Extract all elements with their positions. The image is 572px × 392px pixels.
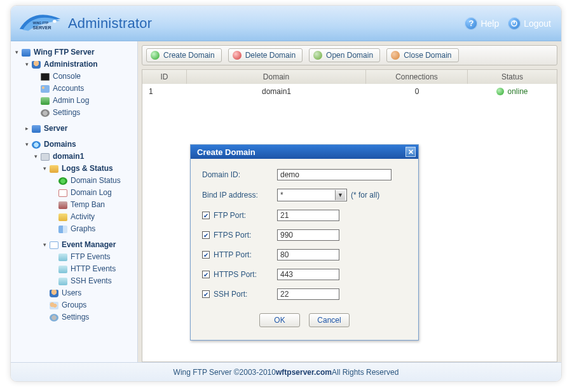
settings-icon [40,109,50,118]
ftp-port-checkbox[interactable]: ✔FTP Port: [202,211,277,220]
ssh-port-input[interactable] [277,288,339,300]
close-domain-button[interactable]: Close Domain [386,48,458,62]
dialog-cancel-button[interactable]: Cancel [309,313,350,327]
nav-temp-ban[interactable]: Temp Ban [71,199,105,210]
help-label: Help [480,18,499,29]
header-links: ? Help Logout [465,17,551,30]
nav-domain-status[interactable]: Domain Status [71,175,121,186]
expand-icon[interactable]: ▾ [24,62,30,68]
nav-accounts[interactable]: Accounts [53,83,84,94]
help-icon: ? [465,17,477,30]
dialog-ok-button[interactable]: OK [259,313,300,327]
power-icon [508,17,521,30]
delete-domain-label: Delete Domain [245,51,296,60]
status-label: online [507,87,528,96]
nav-server[interactable]: Server [44,123,67,134]
col-domain[interactable]: Domain [187,70,366,84]
domain-settings-icon [49,313,59,322]
nav-admin-log[interactable]: Admin Log [53,95,89,106]
graphs-icon [58,225,68,234]
nav-users[interactable]: Users [62,288,81,299]
ftp-port-label: FTP Port: [214,211,246,220]
server-icon [31,125,41,133]
footer-text-post: All Rights Reserved [332,368,398,377]
dialog-title-bar[interactable]: Create Domain ✕ [191,145,418,159]
dialog-close-button[interactable]: ✕ [405,147,416,157]
nav-http-events[interactable]: HTTP Events [71,264,116,274]
nav-domain1[interactable]: domain1 [53,151,84,162]
bind-ip-select[interactable]: * ▼ [277,189,347,201]
close-domain-label: Close Domain [404,51,451,60]
open-domain-button[interactable]: Open Domain [309,48,380,62]
domain-node-icon [40,152,50,161]
domain-toolbar: Create Domain Delete Domain Open Domain … [142,45,557,65]
http-events-icon [58,265,68,274]
domain-log-icon [58,189,68,198]
nav-event-manager[interactable]: Event Manager [62,240,116,250]
delete-domain-icon [233,51,242,60]
ssh-port-label: SSH Port: [214,290,247,299]
http-port-checkbox[interactable]: ✔HTTP Port: [202,250,277,259]
https-port-input[interactable] [277,269,339,280]
app-title: Administrator [68,15,152,32]
nav-admin-settings[interactable]: Settings [53,107,80,118]
event-manager-icon [49,241,59,250]
header-bar: WING FTP SERVER Administrator ? Help Log… [11,6,561,41]
expand-icon[interactable]: ▸ [24,126,30,132]
col-status[interactable]: Status [468,70,557,84]
help-link[interactable]: ? Help [465,17,499,30]
tree-root[interactable]: Wing FTP Server [34,47,95,58]
bind-ip-value: * [280,191,283,199]
http-port-input[interactable] [277,249,339,260]
create-domain-button[interactable]: Create Domain [146,48,222,62]
ftps-port-input[interactable] [277,229,339,241]
folder-icon [49,165,59,173]
admin-log-icon [40,97,50,105]
dialog-title: Create Domain [197,147,255,157]
nav-domains[interactable]: Domains [44,139,76,150]
nav-administration[interactable]: Administration [44,59,98,70]
activity-icon [58,213,68,222]
domains-icon [31,140,41,149]
expand-icon[interactable]: ▾ [32,154,39,160]
nav-domain-settings[interactable]: Settings [62,312,89,323]
sidebar: ▾ Wing FTP Server ▾ Administration [11,41,138,362]
table-row[interactable]: 1 domain1 0 online [142,84,557,100]
ftp-port-input[interactable] [277,210,339,221]
users-icon [49,289,59,298]
nav-ssh-events[interactable]: SSH Events [71,276,112,287]
nav-console[interactable]: Console [53,71,81,82]
col-connections[interactable]: Connections [366,70,468,84]
nav-groups[interactable]: Groups [62,300,86,311]
open-domain-label: Open Domain [326,51,373,60]
ssh-port-checkbox[interactable]: ✔SSH Port: [202,290,277,299]
nav-ftp-events[interactable]: FTP Events [71,252,110,262]
close-domain-icon [391,51,400,60]
domain-id-label: Domain ID: [202,170,277,179]
svg-point-0 [53,20,57,23]
https-port-checkbox[interactable]: ✔HTTPS Port: [202,270,277,279]
nav-domain-log[interactable]: Domain Log [71,187,112,198]
accounts-icon [40,84,50,93]
cell-id: 1 [142,84,187,100]
expand-icon[interactable]: ▾ [13,50,20,56]
expand-icon[interactable]: ▾ [24,142,30,148]
bind-ip-label: Bind IP address: [202,191,277,199]
ftps-port-checkbox[interactable]: ✔FTPS Port: [202,231,277,240]
footer: Wing FTP Server ©2003-2010 wftpserver.co… [11,362,561,381]
footer-link[interactable]: wftpserver.com [276,368,332,377]
server-root-icon [21,48,31,57]
expand-icon[interactable]: ▾ [41,242,48,248]
col-id[interactable]: ID [142,70,187,84]
logout-link[interactable]: Logout [508,17,551,30]
domain-id-input[interactable] [277,169,392,180]
expand-icon[interactable]: ▾ [41,166,48,172]
cell-domain: domain1 [187,84,366,100]
nav-activity[interactable]: Activity [71,212,95,222]
delete-domain-button[interactable]: Delete Domain [228,48,303,62]
close-icon: ✕ [408,147,414,156]
ssh-events-icon [58,277,68,286]
nav-logs-status[interactable]: Logs & Status [62,163,113,174]
nav-graphs[interactable]: Graphs [71,224,95,234]
svg-text:SERVER: SERVER [33,25,51,30]
